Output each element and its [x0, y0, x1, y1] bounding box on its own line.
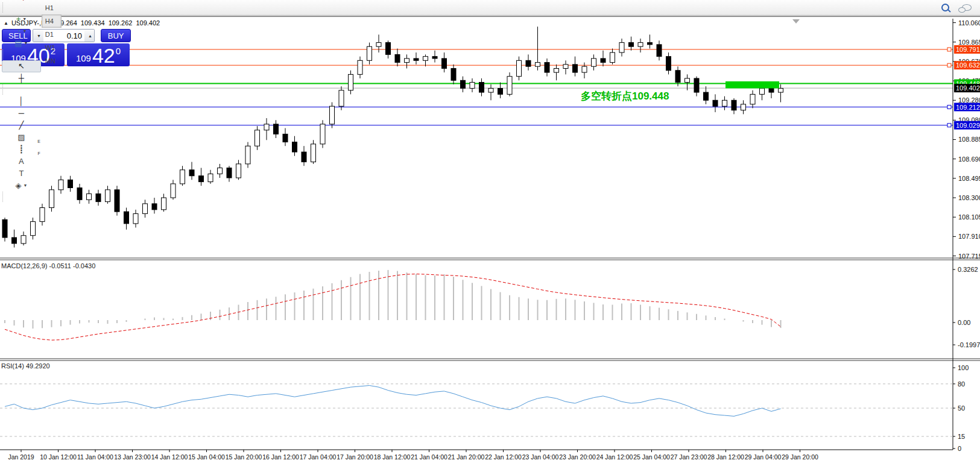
- candle-body: [451, 69, 456, 81]
- candle-body: [488, 89, 493, 93]
- line-endpoint-marker[interactable]: [947, 48, 951, 51]
- arrows-icon[interactable]: ◈▼: [2, 180, 41, 192]
- candle-body: [171, 184, 175, 198]
- candle-body: [245, 146, 250, 164]
- price-tick-label: 107.910: [958, 233, 980, 240]
- price-tick-label: 110.060: [958, 19, 980, 27]
- candle-body: [40, 208, 45, 222]
- candle-body: [414, 58, 419, 60]
- volume-increase-button[interactable]: ▲: [84, 30, 95, 42]
- indicators-icon[interactable]: +▼: [2, 13, 41, 25]
- chart-window: 110.060109.865109.670109.475109.280109.0…: [0, 16, 980, 466]
- price-tag-text: 109.402: [956, 84, 980, 92]
- chart-shift-icon[interactable]: ▸|: [2, 0, 41, 2]
- buy-price-sup: 0: [116, 46, 121, 55]
- candle-body: [741, 104, 746, 110]
- candle-body: [358, 60, 362, 74]
- equidistant-channel-icon[interactable]: ▨E: [2, 131, 41, 143]
- horizontal-line-icon[interactable]: ─: [2, 107, 41, 119]
- candle-body: [769, 89, 774, 93]
- candle-body: [461, 80, 466, 88]
- chart-shift-marker[interactable]: [792, 19, 800, 24]
- candle-body: [722, 100, 727, 106]
- chat-button[interactable]: [960, 2, 973, 14]
- candle-body: [199, 176, 204, 182]
- main-toolbar: 单◆▥◉●自动交易║▮∿⊕⊖▦▸▸|+▼◔▼▤▼↖┼│─╱▨E┋FAT◈▼ M1…: [0, 0, 980, 16]
- time-axis-label: 24 Jan 12:00: [596, 453, 633, 461]
- candle-body: [236, 164, 241, 178]
- text-label-icon[interactable]: T: [2, 168, 41, 180]
- candle-body: [648, 43, 653, 45]
- timeframe-w1[interactable]: W1: [42, 41, 62, 54]
- time-axis-label: 27 Jan 23:00: [671, 453, 707, 461]
- candle-body: [31, 222, 36, 236]
- price-tick-label: 108.300: [958, 194, 980, 201]
- buy-price-big: 42: [92, 46, 115, 65]
- ohlc-high: 109.434: [81, 19, 105, 27]
- candle-body: [227, 168, 232, 178]
- buy-button[interactable]: BUY: [101, 29, 131, 42]
- chat-icon: [962, 4, 972, 11]
- rsi-indicator-label: RSI(14) 49.2920: [1, 362, 50, 370]
- buy-price-display[interactable]: 109 42 0: [67, 43, 130, 66]
- search-button[interactable]: [939, 2, 951, 14]
- candle-body: [189, 170, 194, 176]
- candle-body: [760, 89, 765, 95]
- timeframe-d1[interactable]: D1: [42, 28, 62, 41]
- chart-canvas[interactable]: 110.060109.865109.670109.475109.280109.0…: [0, 17, 980, 466]
- candle-body: [367, 46, 372, 60]
- candle-body: [96, 194, 101, 201]
- price-tick-label: 109.280: [958, 96, 980, 104]
- toolbar-separator: [2, 2, 3, 13]
- candle-body: [619, 43, 624, 53]
- candle-body: [432, 57, 437, 58]
- candle-body: [675, 71, 680, 83]
- arrows-icon-dropdown[interactable]: ▼: [23, 183, 27, 187]
- candle-body: [264, 124, 269, 130]
- templates-icon-dropdown[interactable]: ▼: [24, 41, 28, 45]
- green-highlight-box[interactable]: [726, 81, 779, 89]
- trendline-icon[interactable]: ╱: [2, 119, 41, 131]
- price-tag-text: 109.212: [956, 104, 980, 111]
- macd-indicator-label: MACD(12,26,9) -0.0511 -0.0430: [1, 262, 95, 269]
- candle-body: [517, 60, 522, 76]
- templates-icon[interactable]: ▤▼: [2, 37, 41, 49]
- candle-body: [545, 63, 549, 73]
- candle-body: [143, 204, 148, 214]
- line-endpoint-marker[interactable]: [947, 105, 951, 109]
- candle-body: [610, 52, 615, 63]
- cursor-icon[interactable]: ↖: [2, 60, 41, 72]
- candle-body: [180, 170, 185, 184]
- vertical-line-icon[interactable]: │: [2, 95, 41, 107]
- timeframe-mn[interactable]: MN: [42, 54, 62, 68]
- rsi-axis-label: 15: [958, 433, 965, 440]
- time-axis-label: 15 Jan 04:00: [188, 453, 225, 461]
- candle-body: [124, 212, 129, 224]
- rsi-line: [5, 385, 781, 416]
- timeframe-h1[interactable]: H1: [42, 1, 62, 14]
- candle-body: [255, 130, 260, 146]
- candle-body: [405, 58, 409, 63]
- text-icon[interactable]: A: [2, 156, 41, 168]
- time-axis-label: 17 Jan 04:00: [300, 453, 337, 461]
- price-tick-label: 108.495: [958, 175, 980, 182]
- candle-body: [442, 58, 447, 69]
- candle-body: [115, 190, 119, 212]
- line-endpoint-marker[interactable]: [947, 124, 951, 127]
- crosshair-icon[interactable]: ┼: [2, 72, 41, 84]
- timeframe-h4[interactable]: H4: [42, 14, 62, 28]
- line-endpoint-marker[interactable]: [947, 63, 951, 67]
- periods-icon[interactable]: ◔▼: [2, 25, 41, 37]
- time-axis-label: 21 Jan 20:00: [448, 453, 485, 461]
- candle-body: [77, 188, 82, 200]
- toolbar-separator: [2, 192, 3, 202]
- candle-body: [311, 144, 316, 162]
- periods-icon-dropdown[interactable]: ▼: [22, 29, 27, 33]
- fibonacci-icon[interactable]: ┋F: [2, 143, 41, 156]
- rsi-axis-label: 50: [958, 405, 965, 412]
- price-tick-label: 108.690: [958, 156, 980, 163]
- candle-body: [162, 198, 166, 210]
- indicators-icon-dropdown[interactable]: ▼: [22, 17, 27, 21]
- price-tick-label: 107.715: [958, 253, 980, 260]
- candle-body: [395, 54, 400, 62]
